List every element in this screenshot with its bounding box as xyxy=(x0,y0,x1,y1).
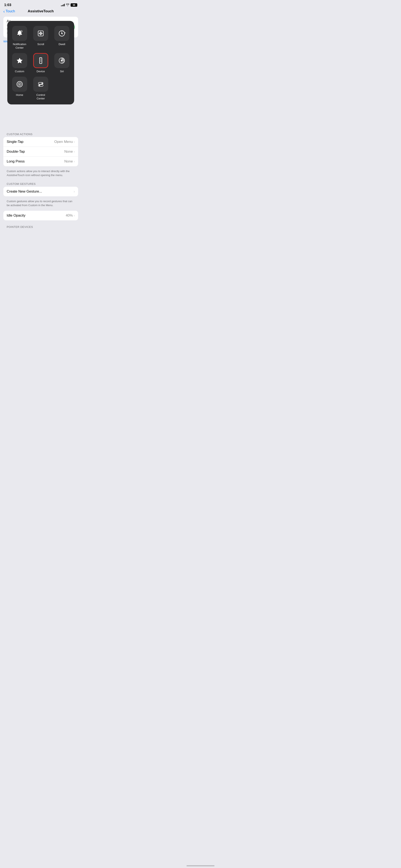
svg-rect-6 xyxy=(40,58,41,62)
menu-item-control-center[interactable]: ControlCenter xyxy=(32,76,50,100)
page-title: AssistiveTouch xyxy=(28,9,54,13)
menu-item-home[interactable]: Home xyxy=(11,76,28,100)
assistivetouch-menu: NotificationCenter Scrol xyxy=(7,21,74,104)
top-section: As Asshavada Wh xyxy=(0,15,82,48)
single-tap-row[interactable]: Single-Tap Open Menu › xyxy=(3,137,78,147)
device-label: Device xyxy=(36,70,45,73)
control-center-label: ControlCenter xyxy=(36,93,45,100)
custom-gestures-section-label: CUSTOM GESTURES xyxy=(3,181,78,187)
notification-center-icon xyxy=(16,29,24,37)
empty-cell xyxy=(53,76,68,100)
nav-bar: ‹ Touch AssistiveTouch xyxy=(0,8,82,15)
back-button[interactable]: ‹ Touch xyxy=(3,9,15,13)
single-tap-label: Single-Tap xyxy=(7,140,23,144)
chevron-right-icon: › xyxy=(74,150,75,154)
create-gesture-row[interactable]: Create New Gesture... › xyxy=(3,187,78,196)
whats-new-link[interactable]: Wh xyxy=(3,40,7,43)
custom-actions-section-label: CUSTOM ACTIONS xyxy=(3,131,78,137)
long-press-value: None › xyxy=(64,159,75,163)
chevron-right-icon: › xyxy=(74,190,75,193)
assistivetouch-section: As Asshavada Wh xyxy=(3,17,78,46)
menu-item-device[interactable]: Device xyxy=(32,53,50,73)
main-content: CUSTOM ACTIONS Single-Tap Open Menu › Do… xyxy=(0,131,82,230)
chevron-right-icon: › xyxy=(74,214,75,217)
chevron-left-icon: ‹ xyxy=(3,9,5,13)
custom-label: Custom xyxy=(15,70,24,73)
battery-icon: 98 xyxy=(70,3,77,7)
dwell-icon xyxy=(58,29,66,37)
status-icons: 98 xyxy=(61,3,77,7)
custom-icon-wrap xyxy=(12,53,27,68)
svg-point-17 xyxy=(39,85,40,86)
home-label: Home xyxy=(16,93,23,97)
idle-opacity-label: Idle Opacity xyxy=(7,213,26,218)
long-press-label: Long Press xyxy=(7,159,25,163)
device-icon-wrap xyxy=(33,53,48,68)
siri-label: Siri xyxy=(60,70,64,73)
home-icon xyxy=(16,80,24,88)
custom-gestures-group: Create New Gesture... › xyxy=(3,187,78,196)
custom-gestures-footer: Custom gestures allow you to record gest… xyxy=(3,198,78,211)
scroll-icon xyxy=(37,29,45,37)
menu-item-scroll[interactable]: Scroll xyxy=(32,26,50,50)
scroll-label: Scroll xyxy=(37,42,44,46)
create-gesture-label: Create New Gesture... xyxy=(7,189,42,194)
control-center-icon xyxy=(37,80,45,88)
long-press-row[interactable]: Long Press None › xyxy=(3,157,78,166)
back-label: Touch xyxy=(6,9,15,13)
home-icon-wrap xyxy=(12,76,27,92)
menu-item-siri[interactable]: Siri xyxy=(53,53,71,73)
device-icon xyxy=(37,57,45,65)
double-tap-value: None › xyxy=(64,150,75,154)
dwell-label: Dwell xyxy=(59,42,65,46)
double-tap-label: Double-Tap xyxy=(7,150,25,154)
notification-center-label: NotificationCenter xyxy=(13,42,26,50)
pointer-devices-section-label: POINTER DEVICES xyxy=(3,224,78,230)
svg-point-9 xyxy=(61,60,63,61)
menu-item-dwell[interactable]: Dwell xyxy=(53,26,71,50)
svg-marker-4 xyxy=(17,58,23,63)
signal-icon xyxy=(61,4,65,6)
chevron-right-icon: › xyxy=(74,140,75,144)
status-bar: 1:03 98 xyxy=(0,0,82,8)
idle-opacity-group: Idle Opacity 40% › xyxy=(3,211,78,220)
menu-grid: NotificationCenter Scrol xyxy=(11,26,71,100)
menu-item-custom[interactable]: Custom xyxy=(11,53,28,73)
notification-center-icon-wrap xyxy=(12,26,27,41)
svg-point-13 xyxy=(19,84,20,85)
idle-opacity-row[interactable]: Idle Opacity 40% › xyxy=(3,211,78,220)
menu-item-notification-center[interactable]: NotificationCenter xyxy=(11,26,28,50)
siri-icon xyxy=(58,57,66,65)
chevron-right-icon: › xyxy=(74,160,75,163)
idle-opacity-value: 40% › xyxy=(66,213,75,218)
scroll-icon-wrap xyxy=(33,26,48,41)
dwell-icon-wrap xyxy=(54,26,69,41)
siri-icon-wrap xyxy=(54,53,69,68)
custom-star-icon xyxy=(16,57,24,65)
wifi-icon xyxy=(66,4,69,7)
status-time: 1:03 xyxy=(4,3,11,7)
custom-actions-group: Single-Tap Open Menu › Double-Tap None ›… xyxy=(3,137,78,166)
control-center-icon-wrap xyxy=(33,76,48,92)
double-tap-row[interactable]: Double-Tap None › xyxy=(3,147,78,157)
custom-actions-footer: Custom actions allow you to interact dir… xyxy=(3,168,78,181)
svg-point-15 xyxy=(41,83,43,84)
single-tap-value: Open Menu › xyxy=(54,140,75,144)
